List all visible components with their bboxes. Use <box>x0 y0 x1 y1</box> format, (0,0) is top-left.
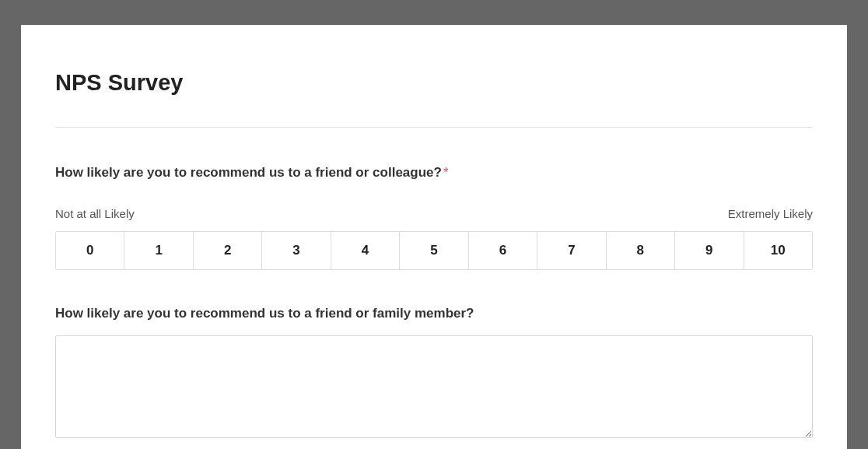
question-2: How likely are you to recommend us to a … <box>55 306 813 441</box>
scale-option-9[interactable]: 9 <box>675 232 744 269</box>
scale-option-3[interactable]: 3 <box>262 232 331 269</box>
scale-option-5[interactable]: 5 <box>400 232 468 269</box>
question-1: How likely are you to recommend us to a … <box>55 165 813 270</box>
scale-option-7[interactable]: 7 <box>537 232 606 269</box>
title-divider <box>55 127 813 128</box>
survey-title: NPS Survey <box>55 70 813 96</box>
scale-option-10[interactable]: 10 <box>744 232 812 269</box>
scale-option-0[interactable]: 0 <box>56 232 124 269</box>
survey-page: NPS Survey How likely are you to recomme… <box>21 25 847 449</box>
question-1-label: How likely are you to recommend us to a … <box>55 165 813 181</box>
scale-option-6[interactable]: 6 <box>469 232 537 269</box>
scale-option-8[interactable]: 8 <box>607 232 675 269</box>
question-2-textarea[interactable] <box>55 335 813 438</box>
scale-option-4[interactable]: 4 <box>331 232 400 269</box>
scale-option-2[interactable]: 2 <box>194 232 262 269</box>
scale-min-label: Not at all Likely <box>55 207 135 220</box>
scale-option-1[interactable]: 1 <box>124 232 193 269</box>
question-2-label: How likely are you to recommend us to a … <box>55 306 813 321</box>
nps-scale: 0 1 2 3 4 5 6 7 8 9 10 <box>55 231 813 270</box>
question-1-text: How likely are you to recommend us to a … <box>55 165 442 180</box>
scale-anchor-labels: Not at all Likely Extremely Likely <box>55 207 813 220</box>
required-asterisk: * <box>443 165 449 180</box>
scale-max-label: Extremely Likely <box>728 207 813 220</box>
